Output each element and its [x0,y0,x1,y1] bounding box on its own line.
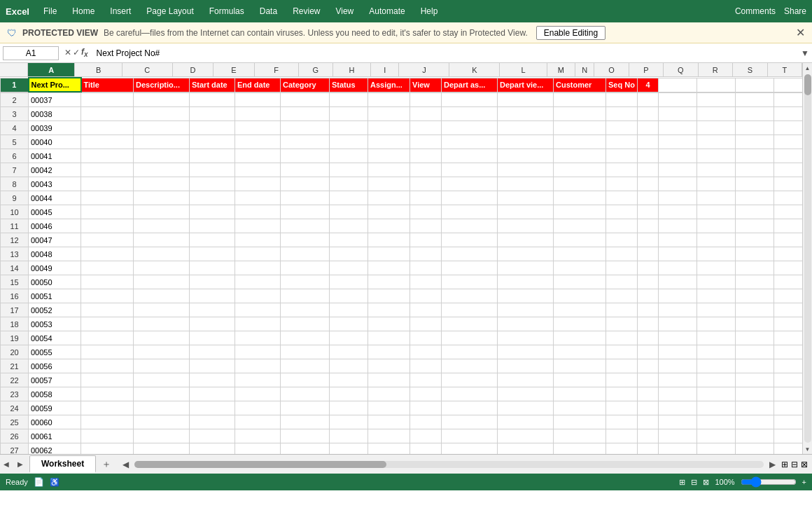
cell-data[interactable] [368,205,410,219]
cell-data[interactable] [774,135,803,149]
cell-data[interactable] [235,373,281,387]
cell-data[interactable] [638,373,659,387]
cell-data[interactable] [736,303,774,317]
cell-data[interactable] [638,261,659,275]
cell-data[interactable] [81,289,134,303]
cell-data[interactable] [442,443,498,455]
cell-data[interactable] [498,387,554,401]
cell-data[interactable] [697,359,736,373]
cell-data[interactable] [134,261,190,275]
cell-data[interactable] [81,191,134,205]
cell-data[interactable] [235,359,281,373]
cell-data[interactable] [774,205,803,219]
cell-data[interactable] [606,373,638,387]
cell-data[interactable] [235,121,281,135]
cell-data[interactable] [368,177,410,191]
cell-data[interactable] [190,149,235,163]
cell-data[interactable] [697,135,736,149]
cell-data[interactable] [235,219,281,233]
cell-data[interactable] [659,373,697,387]
cell-data[interactable] [736,387,774,401]
cell-data[interactable] [774,247,803,261]
col-header-h[interactable]: H [333,63,371,76]
cell-data[interactable] [368,373,410,387]
cell-i1[interactable]: View [410,78,442,92]
cell-data[interactable] [368,135,410,149]
cell-data[interactable] [330,121,368,135]
menu-review[interactable]: Review [286,4,327,19]
menu-formulas[interactable]: Formulas [202,4,251,19]
cell-data[interactable] [190,331,235,345]
cell-data[interactable] [774,359,803,373]
cell-data[interactable] [190,359,235,373]
cell-data[interactable] [498,177,554,191]
cell-a11[interactable]: 00046 [29,219,81,233]
tab-scroll-left-icon[interactable]: ◀ [0,458,13,471]
cell-data[interactable] [368,359,410,373]
cell-data[interactable] [736,289,774,303]
cell-f1[interactable]: Category [281,78,330,92]
cell-data[interactable] [235,135,281,149]
cell-data[interactable] [330,415,368,429]
function-icon[interactable]: fx [81,47,88,58]
cell-data[interactable] [498,289,554,303]
cell-data[interactable] [659,387,697,401]
cell-data[interactable] [554,303,606,317]
cell-data[interactable] [330,387,368,401]
cell-data[interactable] [606,387,638,401]
cell-data[interactable] [330,289,368,303]
cell-a3[interactable]: 00038 [29,107,81,121]
cell-a8[interactable]: 00043 [29,177,81,191]
cell-data[interactable] [410,205,442,219]
cell-data[interactable] [442,191,498,205]
cell-data[interactable] [235,261,281,275]
menu-view[interactable]: View [328,4,360,19]
cell-data[interactable] [659,401,697,415]
cell-data[interactable] [554,163,606,177]
col-header-n[interactable]: N [575,63,594,76]
cell-data[interactable] [330,275,368,289]
cell-data[interactable] [736,373,774,387]
cell-data[interactable] [281,247,330,261]
cell-data[interactable] [697,373,736,387]
cell-data[interactable] [638,191,659,205]
cell-data[interactable] [498,401,554,415]
cell-data[interactable] [134,177,190,191]
cell-data[interactable] [498,121,554,135]
cell-g1[interactable]: Status [330,78,368,92]
menu-file[interactable]: File [36,4,64,19]
cell-r1[interactable] [774,78,803,92]
cell-data[interactable] [638,331,659,345]
col-header-a[interactable]: A [28,63,75,76]
cell-data[interactable] [330,373,368,387]
cell-data[interactable] [368,219,410,233]
cell-data[interactable] [281,289,330,303]
cell-data[interactable] [659,163,697,177]
scroll-right-arrow[interactable]: ▶ [766,460,778,469]
cell-data[interactable] [554,387,606,401]
cell-data[interactable] [774,345,803,359]
cell-data[interactable] [638,275,659,289]
cell-data[interactable] [281,163,330,177]
cell-data[interactable] [606,401,638,415]
protected-bar-close-icon[interactable]: ✕ [796,26,805,39]
cell-data[interactable] [606,345,638,359]
cell-data[interactable] [235,331,281,345]
cell-data[interactable] [554,289,606,303]
cell-data[interactable] [774,331,803,345]
cell-data[interactable] [410,373,442,387]
cell-data[interactable] [736,261,774,275]
col-header-j[interactable]: J [399,63,449,76]
cell-data[interactable] [190,247,235,261]
cell-a10[interactable]: 00045 [29,205,81,219]
cell-data[interactable] [554,205,606,219]
cell-data[interactable] [774,275,803,289]
cell-data[interactable] [554,149,606,163]
cell-data[interactable] [190,219,235,233]
cell-data[interactable] [190,317,235,331]
cell-data[interactable] [81,429,134,443]
cell-data[interactable] [606,331,638,345]
cell-data[interactable] [235,107,281,121]
cell-data[interactable] [554,359,606,373]
cell-data[interactable] [498,373,554,387]
